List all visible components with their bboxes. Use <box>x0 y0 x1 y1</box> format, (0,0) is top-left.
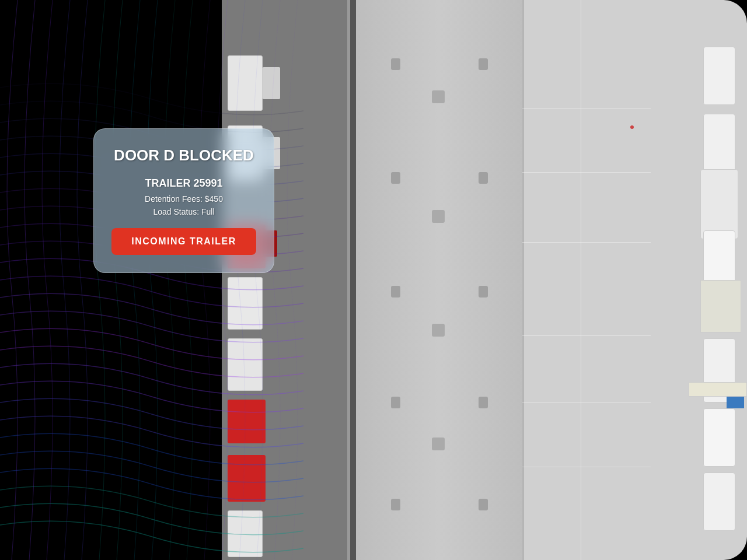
aerial-view <box>222 0 747 560</box>
bollard-4 <box>391 172 400 184</box>
bollard-11 <box>479 397 488 408</box>
van-3 <box>700 169 738 239</box>
truck-cab-1 <box>263 67 280 99</box>
bollard-12 <box>432 438 445 450</box>
bollard-8 <box>479 286 488 298</box>
parking-divider <box>522 0 524 560</box>
van-2 <box>703 114 735 172</box>
h-park-line-3 <box>522 242 651 243</box>
bollard-5 <box>479 172 488 184</box>
h-park-line-5 <box>522 402 651 403</box>
bollard-1 <box>391 58 400 70</box>
detention-fees: Detention Fees: $450 <box>111 194 256 204</box>
parking-line-1 <box>581 0 581 560</box>
h-park-line-4 <box>522 335 651 336</box>
bollard-9 <box>432 324 445 337</box>
trailer-white-5 <box>228 338 263 391</box>
h-park-line-1 <box>522 108 651 108</box>
bollard-13 <box>391 499 400 510</box>
bollard-2 <box>479 58 488 70</box>
trailer-white-1 <box>228 55 263 111</box>
h-park-line-2 <box>522 172 651 173</box>
bollard-7 <box>391 286 400 298</box>
trailer-id: TRAILER 25991 <box>111 177 256 190</box>
dock-edge <box>350 0 356 560</box>
trailer-white-8 <box>228 510 263 557</box>
trailer-white-4 <box>228 277 263 330</box>
dock-edge-light <box>347 0 350 560</box>
incoming-trailer-button[interactable]: INCOMING TRAILER <box>111 228 256 255</box>
center-pavement <box>356 0 522 560</box>
card-title: DOOR D BLOCKED <box>111 146 256 164</box>
bollard-3 <box>432 90 445 103</box>
van-6 <box>703 408 735 467</box>
person-dot <box>630 125 634 129</box>
load-status: Load Status: Full <box>111 207 256 216</box>
trailer-red-6 <box>228 400 266 443</box>
van-1 <box>703 47 735 105</box>
right-parking <box>522 0 747 560</box>
trailer-stripe <box>689 382 747 397</box>
trailer-right-1 <box>700 280 741 332</box>
bollard-10 <box>391 397 400 408</box>
van-7 <box>703 473 735 531</box>
trailer-red-7 <box>228 455 266 502</box>
bollard-6 <box>432 210 445 223</box>
info-card: DOOR D BLOCKED TRAILER 25991 Detention F… <box>93 128 274 273</box>
bollard-14 <box>479 499 488 510</box>
h-park-line-6 <box>522 467 651 467</box>
background: DOOR D BLOCKED TRAILER 25991 Detention F… <box>0 0 747 560</box>
dock-bays <box>222 0 356 560</box>
